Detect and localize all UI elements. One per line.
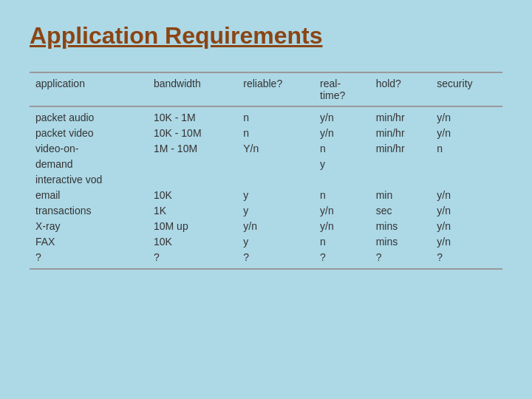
col-realtime: real-time? — [314, 72, 370, 106]
table-container: application bandwidth reliable? real-tim… — [30, 72, 502, 384]
col-reliable: reliable? — [237, 72, 314, 106]
col-hold: hold? — [370, 72, 432, 106]
col-security: security — [431, 72, 502, 106]
page-title: Application Requirements — [30, 22, 502, 50]
cell-bandwidth: 10K - 1M 10K - 10M 1M - 10M 10K 1K 10M u… — [148, 106, 237, 269]
requirements-table: application bandwidth reliable? real-tim… — [30, 72, 502, 270]
table-header-row: application bandwidth reliable? real-tim… — [30, 72, 502, 106]
col-application: application — [30, 72, 148, 106]
cell-application: packet audio packet video video-on- dema… — [30, 106, 148, 269]
cell-reliable: n n Y/n y y y/n y ? — [237, 106, 314, 269]
table-row: packet audio packet video video-on- dema… — [30, 106, 502, 269]
page: Application Requirements application ban… — [0, 0, 532, 399]
cell-hold: min/hr min/hr min/hr min sec mins mins ? — [370, 106, 432, 269]
cell-security: y/n y/n n y/n y/n y/n y/n ? — [431, 106, 502, 269]
cell-realtime: y/n y/n n y n y/n y/n n ? — [314, 106, 370, 269]
col-bandwidth: bandwidth — [148, 72, 237, 106]
